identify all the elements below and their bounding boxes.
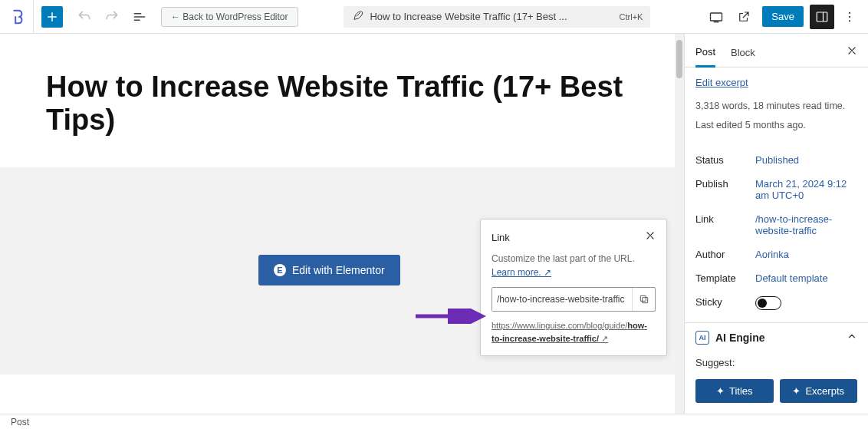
workspace: How to Increase Website Traffic (17+ Bes… xyxy=(0,34,868,414)
svg-rect-5 xyxy=(642,298,647,303)
tab-post[interactable]: Post xyxy=(695,41,715,68)
page-title[interactable]: How to Increase Website Traffic (17+ Bes… xyxy=(0,34,684,152)
top-toolbar: ← Back to WordPress Editor How to Increa… xyxy=(0,0,868,34)
edit-with-elementor-button[interactable]: E Edit with Elementor xyxy=(258,255,400,285)
sparkle-icon: ✦ xyxy=(716,385,725,397)
summary-section: Edit excerpt 3,318 words, 18 minutes rea… xyxy=(685,68,868,142)
sidebar-tabs: Post Block xyxy=(685,34,868,68)
editor-scrollbar-thumb[interactable] xyxy=(676,40,682,78)
close-sidebar-button[interactable] xyxy=(847,45,857,64)
editor-scrollbar[interactable] xyxy=(675,34,684,414)
edit-excerpt-link[interactable]: Edit excerpt xyxy=(695,77,748,88)
ai-suggest-buttons: ✦ Titles ✦ Excerpts xyxy=(685,373,868,412)
add-block-button[interactable] xyxy=(41,6,63,28)
suggest-label: Suggest: xyxy=(685,352,868,373)
elementor-placeholder-area: E Edit with Elementor Link Customize the… xyxy=(0,167,684,375)
ai-engine-title: AI Engine xyxy=(715,332,847,344)
svg-point-2 xyxy=(849,12,850,13)
permalink-input[interactable] xyxy=(492,288,632,311)
elementor-icon: E xyxy=(274,264,286,276)
link-popover-description: Customize the last part of the URL. Lear… xyxy=(492,252,656,279)
template-row[interactable]: Template Default template xyxy=(695,266,857,290)
settings-panel-toggle[interactable] xyxy=(810,5,834,29)
full-url-link[interactable]: https://www.linguise.com/blog/guide/how-… xyxy=(492,319,656,345)
link-row[interactable]: Link /how-to-increase-website-traffic xyxy=(695,207,857,243)
undo-button[interactable] xyxy=(72,5,97,29)
settings-sidebar: Post Block Edit excerpt 3,318 words, 18 … xyxy=(684,34,868,414)
breadcrumb[interactable]: Post xyxy=(11,417,29,427)
link-popover-title: Link xyxy=(492,232,510,243)
svg-point-4 xyxy=(849,20,850,21)
redo-button[interactable] xyxy=(100,5,124,29)
sparkle-icon: ✦ xyxy=(792,385,801,397)
back-to-wordpress-button[interactable]: ← Back to WordPress Editor xyxy=(161,7,298,27)
post-settings-list: Status Published Publish March 21, 2024 … xyxy=(685,142,868,322)
permalink-input-wrap xyxy=(492,287,656,312)
link-settings-popover: Link Customize the last part of the URL.… xyxy=(480,219,667,356)
ai-engine-panel-header[interactable]: AI AI Engine xyxy=(685,322,868,352)
svg-rect-6 xyxy=(640,295,646,301)
keyboard-shortcut-label: Ctrl+K xyxy=(620,12,643,21)
copy-permalink-button[interactable] xyxy=(632,288,655,311)
more-options-button[interactable] xyxy=(837,5,862,29)
learn-more-link[interactable]: Learn more. ↗ xyxy=(492,267,551,278)
document-title-text: How to Increase Website Traffic (17+ Bes… xyxy=(370,11,611,22)
svg-point-3 xyxy=(849,15,850,17)
status-bar: Post xyxy=(0,414,868,429)
feather-icon xyxy=(351,9,363,25)
elementor-button-label: Edit with Elementor xyxy=(292,264,385,276)
publish-date-row[interactable]: Publish March 21, 2024 9:12 am UTC+0 xyxy=(695,172,857,207)
view-mode-button[interactable] xyxy=(704,5,728,29)
status-row[interactable]: Status Published xyxy=(695,148,857,172)
svg-rect-1 xyxy=(817,12,827,21)
author-row[interactable]: Author Aorinka xyxy=(695,243,857,266)
last-edited-label: Last edited 5 months ago. xyxy=(695,118,857,133)
chevron-up-icon xyxy=(847,331,857,344)
close-link-popover-button[interactable] xyxy=(645,230,656,244)
open-external-button[interactable] xyxy=(732,5,756,29)
word-count-label: 3,318 words, 18 minutes read time. xyxy=(695,99,857,114)
document-overview-button[interactable] xyxy=(127,5,152,29)
sticky-toggle[interactable] xyxy=(755,296,781,310)
svg-rect-0 xyxy=(711,13,722,21)
tab-block[interactable]: Block xyxy=(731,42,755,66)
suggest-titles-button[interactable]: ✦ Titles xyxy=(695,379,774,403)
save-button[interactable]: Save xyxy=(762,6,804,27)
suggest-excerpts-button[interactable]: ✦ Excerpts xyxy=(780,379,858,403)
ai-engine-icon: AI xyxy=(695,331,709,345)
document-title-bar[interactable]: How to Increase Website Traffic (17+ Bes… xyxy=(344,6,650,28)
sticky-row: Sticky xyxy=(695,290,857,316)
app-logo[interactable] xyxy=(0,0,34,34)
editor-column: How to Increase Website Traffic (17+ Bes… xyxy=(0,34,684,414)
